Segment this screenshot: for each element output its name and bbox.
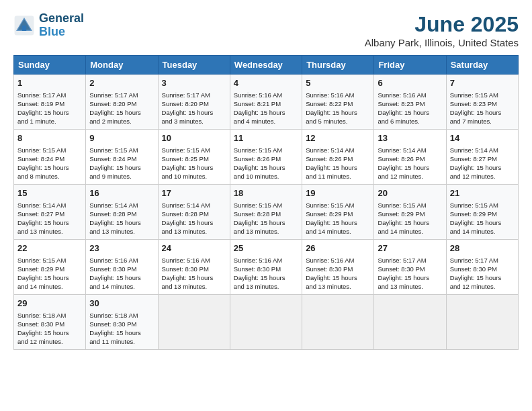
calendar-day-cell: 16Sunrise: 5:14 AM Sunset: 8:28 PM Dayli… <box>86 185 158 240</box>
day-info: Sunrise: 5:15 AM Sunset: 8:29 PM Dayligh… <box>450 201 515 236</box>
calendar-week-row: 8Sunrise: 5:15 AM Sunset: 8:24 PM Daylig… <box>14 130 519 185</box>
day-number: 9 <box>89 132 154 144</box>
calendar-day-cell: 23Sunrise: 5:16 AM Sunset: 8:30 PM Dayli… <box>86 240 158 295</box>
calendar-header-day: Thursday <box>302 56 374 75</box>
subtitle: Albany Park, Illinois, United States <box>365 37 519 48</box>
day-number: 13 <box>378 132 442 144</box>
calendar-day-cell: 28Sunrise: 5:17 AM Sunset: 8:30 PM Dayli… <box>446 240 518 295</box>
title-block: June 2025 Albany Park, Illinois, United … <box>365 12 519 48</box>
day-info: Sunrise: 5:14 AM Sunset: 8:27 PM Dayligh… <box>17 201 82 236</box>
day-info: Sunrise: 5:15 AM Sunset: 8:29 PM Dayligh… <box>378 201 442 236</box>
calendar-week-row: 15Sunrise: 5:14 AM Sunset: 8:27 PM Dayli… <box>14 185 519 240</box>
calendar-day-cell: 10Sunrise: 5:15 AM Sunset: 8:25 PM Dayli… <box>158 130 230 185</box>
day-number: 11 <box>234 132 298 144</box>
day-info: Sunrise: 5:15 AM Sunset: 8:26 PM Dayligh… <box>234 146 298 181</box>
day-number: 21 <box>450 187 515 199</box>
calendar-header-row: SundayMondayTuesdayWednesdayThursdayFrid… <box>14 56 519 75</box>
calendar-day-cell: 24Sunrise: 5:16 AM Sunset: 8:30 PM Dayli… <box>158 240 230 295</box>
day-number: 2 <box>89 77 154 89</box>
calendar-day-cell: 15Sunrise: 5:14 AM Sunset: 8:27 PM Dayli… <box>14 185 86 240</box>
calendar-day-cell: 30Sunrise: 5:18 AM Sunset: 8:30 PM Dayli… <box>86 295 158 350</box>
calendar-day-cell <box>302 295 374 350</box>
day-info: Sunrise: 5:17 AM Sunset: 8:20 PM Dayligh… <box>162 91 226 126</box>
day-number: 10 <box>162 132 226 144</box>
day-info: Sunrise: 5:17 AM Sunset: 8:30 PM Dayligh… <box>378 256 442 291</box>
calendar-day-cell: 18Sunrise: 5:15 AM Sunset: 8:28 PM Dayli… <box>230 185 302 240</box>
calendar-day-cell: 14Sunrise: 5:14 AM Sunset: 8:27 PM Dayli… <box>446 130 518 185</box>
calendar-week-row: 1Sunrise: 5:17 AM Sunset: 8:19 PM Daylig… <box>14 75 519 130</box>
day-info: Sunrise: 5:14 AM Sunset: 8:26 PM Dayligh… <box>378 146 442 181</box>
calendar-week-row: 29Sunrise: 5:18 AM Sunset: 8:30 PM Dayli… <box>14 295 519 350</box>
day-info: Sunrise: 5:14 AM Sunset: 8:28 PM Dayligh… <box>89 201 154 236</box>
calendar-header-day: Friday <box>374 56 446 75</box>
day-info: Sunrise: 5:16 AM Sunset: 8:21 PM Dayligh… <box>234 91 298 126</box>
day-number: 4 <box>234 77 298 89</box>
logo-text: General Blue <box>39 12 84 39</box>
header: General Blue June 2025 Albany Park, Illi… <box>13 12 519 48</box>
day-info: Sunrise: 5:17 AM Sunset: 8:20 PM Dayligh… <box>89 91 154 126</box>
day-info: Sunrise: 5:15 AM Sunset: 8:23 PM Dayligh… <box>450 91 515 126</box>
day-number: 5 <box>306 77 370 89</box>
logo-icon <box>13 15 35 36</box>
calendar-day-cell: 2Sunrise: 5:17 AM Sunset: 8:20 PM Daylig… <box>86 75 158 130</box>
calendar-day-cell: 26Sunrise: 5:16 AM Sunset: 8:30 PM Dayli… <box>302 240 374 295</box>
day-number: 3 <box>162 77 226 89</box>
calendar-day-cell: 13Sunrise: 5:14 AM Sunset: 8:26 PM Dayli… <box>374 130 446 185</box>
calendar-day-cell: 27Sunrise: 5:17 AM Sunset: 8:30 PM Dayli… <box>374 240 446 295</box>
calendar-day-cell: 4Sunrise: 5:16 AM Sunset: 8:21 PM Daylig… <box>230 75 302 130</box>
day-number: 24 <box>162 242 226 255</box>
svg-rect-3 <box>22 26 26 31</box>
day-number: 30 <box>89 298 154 310</box>
day-info: Sunrise: 5:15 AM Sunset: 8:29 PM Dayligh… <box>17 256 82 291</box>
day-number: 26 <box>306 242 370 255</box>
calendar-day-cell <box>374 295 446 350</box>
calendar-day-cell: 5Sunrise: 5:16 AM Sunset: 8:22 PM Daylig… <box>302 75 374 130</box>
day-number: 29 <box>17 298 82 310</box>
day-info: Sunrise: 5:18 AM Sunset: 8:30 PM Dayligh… <box>17 311 82 346</box>
calendar-day-cell <box>230 295 302 350</box>
day-info: Sunrise: 5:16 AM Sunset: 8:30 PM Dayligh… <box>306 256 370 291</box>
calendar-header-day: Tuesday <box>158 56 230 75</box>
calendar-day-cell: 8Sunrise: 5:15 AM Sunset: 8:24 PM Daylig… <box>14 130 86 185</box>
day-info: Sunrise: 5:16 AM Sunset: 8:30 PM Dayligh… <box>234 256 298 291</box>
day-number: 19 <box>306 187 370 199</box>
calendar-header-day: Monday <box>86 56 158 75</box>
calendar-table: SundayMondayTuesdayWednesdayThursdayFrid… <box>13 55 519 350</box>
logo: General Blue <box>13 12 84 39</box>
day-info: Sunrise: 5:15 AM Sunset: 8:28 PM Dayligh… <box>234 201 298 236</box>
day-number: 28 <box>450 242 515 255</box>
day-number: 7 <box>450 77 515 89</box>
day-number: 22 <box>17 242 82 255</box>
day-info: Sunrise: 5:15 AM Sunset: 8:24 PM Dayligh… <box>17 146 82 181</box>
day-info: Sunrise: 5:14 AM Sunset: 8:26 PM Dayligh… <box>306 146 370 181</box>
calendar-header-day: Wednesday <box>230 56 302 75</box>
day-number: 23 <box>89 242 154 255</box>
calendar-day-cell: 11Sunrise: 5:15 AM Sunset: 8:26 PM Dayli… <box>230 130 302 185</box>
calendar-week-row: 22Sunrise: 5:15 AM Sunset: 8:29 PM Dayli… <box>14 240 519 295</box>
day-info: Sunrise: 5:16 AM Sunset: 8:30 PM Dayligh… <box>89 256 154 291</box>
calendar-day-cell: 17Sunrise: 5:14 AM Sunset: 8:28 PM Dayli… <box>158 185 230 240</box>
calendar-day-cell: 29Sunrise: 5:18 AM Sunset: 8:30 PM Dayli… <box>14 295 86 350</box>
day-number: 6 <box>378 77 442 89</box>
calendar-header-day: Sunday <box>14 56 86 75</box>
day-number: 18 <box>234 187 298 199</box>
page: General Blue June 2025 Albany Park, Illi… <box>0 0 532 411</box>
day-number: 8 <box>17 132 82 144</box>
day-number: 27 <box>378 242 442 255</box>
day-number: 1 <box>17 77 82 89</box>
calendar-day-cell <box>158 295 230 350</box>
day-number: 20 <box>378 187 442 199</box>
day-number: 17 <box>162 187 226 199</box>
day-number: 12 <box>306 132 370 144</box>
day-number: 14 <box>450 132 515 144</box>
calendar-day-cell: 21Sunrise: 5:15 AM Sunset: 8:29 PM Dayli… <box>446 185 518 240</box>
day-info: Sunrise: 5:14 AM Sunset: 8:28 PM Dayligh… <box>162 201 226 236</box>
day-info: Sunrise: 5:16 AM Sunset: 8:23 PM Dayligh… <box>378 91 442 126</box>
calendar-day-cell: 9Sunrise: 5:15 AM Sunset: 8:24 PM Daylig… <box>86 130 158 185</box>
day-number: 25 <box>234 242 298 255</box>
calendar-day-cell: 3Sunrise: 5:17 AM Sunset: 8:20 PM Daylig… <box>158 75 230 130</box>
calendar-day-cell: 6Sunrise: 5:16 AM Sunset: 8:23 PM Daylig… <box>374 75 446 130</box>
day-info: Sunrise: 5:15 AM Sunset: 8:24 PM Dayligh… <box>89 146 154 181</box>
day-number: 16 <box>89 187 154 199</box>
calendar-day-cell: 25Sunrise: 5:16 AM Sunset: 8:30 PM Dayli… <box>230 240 302 295</box>
